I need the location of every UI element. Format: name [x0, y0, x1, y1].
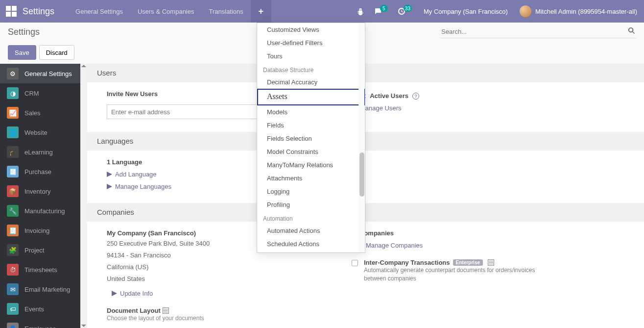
sidebar-item-timesheets[interactable]: ⏱Timesheets [0, 260, 87, 279]
nav-users-companies[interactable]: Users & Companies [130, 0, 202, 23]
invoicing-icon: 🧾 [7, 225, 19, 236]
sidebar-scrollbar[interactable] [80, 64, 87, 328]
menu-header-automation: Automation [257, 211, 365, 224]
menu-item-manytomany-relations[interactable]: ManyToMany Relations [257, 158, 365, 172]
top-navbar: Settings General Settings Users & Compan… [0, 0, 644, 23]
company-selector[interactable]: My Company (San Francisco) [417, 8, 515, 15]
save-button[interactable]: Save [8, 45, 36, 60]
company-address-line4: United States [107, 274, 322, 284]
sidebar-item-label: General Settings [24, 70, 72, 77]
purchase-icon: 🧾 [7, 166, 19, 177]
search-input[interactable] [440, 25, 636, 38]
sidebar-item-label: Email Marketing [24, 286, 70, 293]
sidebar-item-label: Events [24, 305, 44, 313]
document-layout-title: Document Layout [107, 307, 169, 314]
section-companies-header: Companies [87, 203, 644, 222]
menu-item-assets[interactable]: Assets [257, 89, 365, 105]
debug-icon[interactable] [352, 0, 369, 23]
project-icon: 🧩 [7, 244, 19, 256]
menu-header-database-structure: Database Structure [257, 63, 365, 76]
sidebar-item-manufacturing[interactable]: 🔧Manufacturing [0, 201, 87, 221]
sidebar-item-website[interactable]: 🌐Website [0, 123, 87, 142]
nav-translations[interactable]: Translations [202, 0, 251, 23]
user-label[interactable]: Mitchell Admin (8995954-master-all) [535, 8, 644, 15]
sidebar-scroll-down[interactable] [81, 325, 86, 327]
menu-item-model-constraints[interactable]: Model Constraints [257, 145, 365, 158]
sidebar-item-sales[interactable]: 📈Sales [0, 103, 87, 123]
activities-icon[interactable]: 33 [393, 0, 417, 23]
menu-item-logging[interactable]: Logging [257, 185, 365, 198]
info-icon[interactable]: ? [412, 93, 419, 100]
sidebar-scroll-up[interactable] [81, 65, 86, 67]
active-users-label: Active Users [370, 92, 408, 100]
activities-badge: 33 [404, 5, 412, 12]
menu-item-scheduled-actions-triggers[interactable]: Scheduled Actions Triggers [257, 251, 365, 252]
menu-item-decimal-accuracy[interactable]: Decimal Accuracy [257, 76, 365, 89]
sidebar-item-label: Project [24, 247, 44, 254]
discard-button[interactable]: Discard [39, 45, 74, 60]
sidebar-item-general-settings[interactable]: ⚙General Settings [0, 64, 87, 83]
sidebar-item-label: Inventory [24, 188, 50, 195]
crm-icon: ◑ [7, 87, 19, 99]
sidebar-item-invoicing[interactable]: 🧾Invoicing [0, 221, 87, 240]
sidebar-item-project[interactable]: 🧩Project [0, 240, 87, 260]
company-address-line3: California (US) [107, 262, 322, 272]
enterprise-badge: Enterprise [453, 259, 483, 266]
menu-item-user-defined-filters[interactable]: User-defined Filters [257, 36, 365, 50]
menu-item-models[interactable]: Models [257, 105, 365, 119]
sidebar-item-label: CRM [24, 90, 39, 97]
menu-item-fields[interactable]: Fields [257, 119, 365, 132]
search-icon[interactable] [628, 27, 635, 36]
events-icon: 🏷 [7, 303, 19, 315]
sidebar-item-label: Timesheets [24, 266, 57, 274]
user-avatar[interactable] [520, 5, 531, 17]
menu-item-scheduled-actions[interactable]: Scheduled Actions [257, 237, 365, 251]
nav-plus-button[interactable]: + [251, 0, 271, 23]
menu-item-fields-selection[interactable]: Fields Selection [257, 132, 365, 145]
sidebar-item-crm[interactable]: ◑CRM [0, 83, 87, 103]
update-info-link[interactable]: Update Info [112, 290, 322, 297]
sidebar-item-label: Sales [24, 109, 41, 117]
menu-item-customized-views[interactable]: Customized Views [257, 23, 365, 36]
language-count: 1 [107, 158, 110, 166]
elearning-icon: 🎓 [7, 146, 19, 158]
sales-icon: 📈 [7, 107, 19, 119]
intercompany-checkbox[interactable] [352, 260, 358, 266]
apps-icon[interactable] [6, 6, 17, 17]
menu-item-profiling[interactable]: Profiling [257, 198, 365, 211]
employees-icon: 👤 [7, 323, 19, 328]
manufacturing-icon: 🔧 [7, 205, 19, 217]
section-users-header: Users [87, 64, 644, 82]
timesheets-icon: ⏱ [7, 264, 19, 276]
dropdown-scroll-thumb[interactable] [359, 152, 364, 197]
website-icon: 🌐 [7, 126, 19, 138]
intercompany-desc: Automatically generate counterpart docum… [364, 266, 545, 283]
menu-item-tours[interactable]: Tours [257, 50, 365, 63]
brand-title: Settings [23, 6, 54, 17]
sidebar-item-purchase[interactable]: 🧾Purchase [0, 162, 87, 181]
general-settings-icon: ⚙ [7, 68, 19, 79]
manage-users-link[interactable]: Manage Users [352, 104, 624, 112]
sidebar-item-inventory[interactable]: 📦Inventory [0, 181, 87, 201]
technical-menu-dropdown: Customized ViewsUser-defined FiltersTour… [257, 23, 365, 253]
sidebar-item-email-marketing[interactable]: ✉Email Marketing [0, 279, 87, 299]
building-icon [488, 259, 494, 266]
sidebar-item-elearning[interactable]: 🎓eLearning [0, 142, 87, 162]
menu-item-automated-actions[interactable]: Automated Actions [257, 224, 365, 237]
settings-main: Users Invite New Users 2 Active Users ? … [87, 64, 644, 328]
sidebar-item-label: Employees [24, 325, 56, 328]
building-icon [163, 307, 169, 314]
language-count-label: Language [112, 158, 142, 166]
sidebar-item-employees[interactable]: 👤Employees [0, 319, 87, 328]
inventory-icon: 📦 [7, 185, 19, 197]
sidebar-item-label: Purchase [24, 168, 51, 176]
manage-companies-link[interactable]: Manage Companies [358, 242, 624, 249]
sidebar-item-events[interactable]: 🏷Events [0, 299, 87, 319]
menu-item-attachments[interactable]: Attachments [257, 172, 365, 185]
document-layout-desc: Choose the layout of your documents [107, 314, 288, 323]
nav-general-settings[interactable]: General Settings [68, 0, 130, 23]
messages-icon[interactable]: 5 [369, 0, 393, 23]
sidebar-item-label: Invoicing [24, 227, 49, 234]
intercompany-title: Inter-Company Transactions Enterprise [364, 259, 494, 266]
dropdown-scrollbar[interactable] [358, 23, 364, 252]
